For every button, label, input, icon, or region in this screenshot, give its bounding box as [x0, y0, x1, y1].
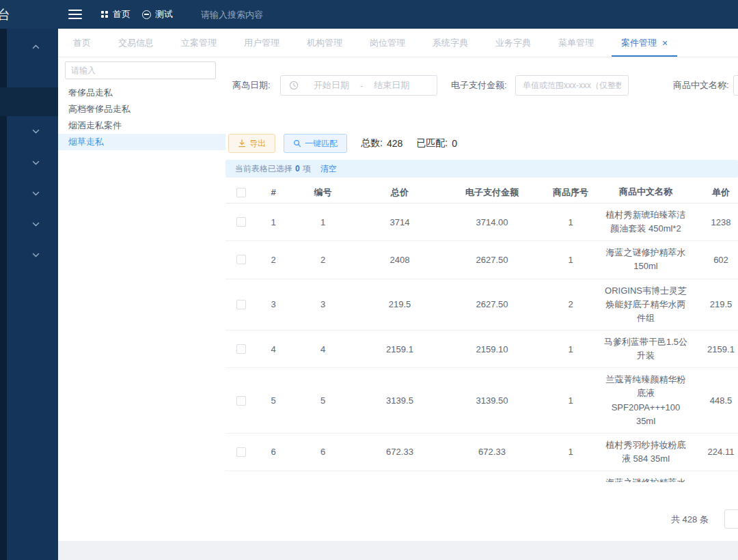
bottom-strip — [58, 541, 738, 560]
cell-name: 兰蔻菁纯臻颜精华粉底液SPF20PA+++100 35ml — [601, 368, 690, 433]
cell-name: 马爹利蓝带干邑1.5公升装 — [601, 331, 690, 367]
page-size-select[interactable] — [724, 509, 738, 529]
tree-item[interactable]: 高档奢侈品走私 — [58, 101, 226, 117]
tab-bar: 首页 交易信息 立案管理 用户管理 机构管理 岗位管理 系统字典 业务字典 菜单… — [58, 29, 738, 57]
row-checkbox[interactable] — [236, 447, 246, 457]
cell-code: 2 — [290, 255, 355, 265]
total-value: 428 — [387, 138, 402, 149]
column-header-code: 编号 — [290, 186, 355, 199]
chevron-down-icon[interactable] — [31, 251, 40, 260]
tab-label: 菜单管理 — [558, 37, 594, 49]
row-checkbox-cell — [226, 217, 256, 227]
cell-code: 4 — [290, 344, 355, 354]
hamburger-menu-icon[interactable] — [68, 10, 82, 19]
tab-3[interactable]: 立案管理 — [167, 29, 230, 57]
chevron-down-icon[interactable] — [31, 127, 40, 136]
tab-9[interactable]: 菜单管理 — [545, 29, 607, 57]
row-checkbox[interactable] — [236, 217, 246, 227]
column-header-seq: 商品序号 — [540, 186, 601, 199]
select-all-checkbox[interactable] — [236, 188, 246, 197]
cell-name: 植村秀新琥珀臻萃洁颜油套装 450ml*2 — [601, 204, 690, 240]
cell-unit: 219.5 — [690, 299, 738, 309]
chevron-down-icon[interactable] — [31, 220, 40, 229]
chevron-down-icon[interactable] — [31, 189, 40, 198]
tab-1[interactable]: 首页 — [59, 29, 105, 57]
cell-total: 2408 — [355, 255, 444, 265]
product-name-input[interactable] — [733, 75, 738, 96]
tab-close-icon[interactable]: × — [662, 38, 668, 48]
cell-unit: 1238 — [690, 217, 738, 227]
cell-total: 672.33 — [355, 447, 444, 457]
sidebar-active-item[interactable] — [0, 87, 58, 116]
tab-6[interactable]: 岗位管理 — [356, 29, 419, 57]
export-button-label: 导出 — [249, 138, 266, 150]
main-panel: 离岛日期: 开始日期 - 结束日期 电子支付金额: 商品中文名称: 导出 一键匹… — [226, 57, 738, 541]
cell-index: 2 — [256, 255, 290, 265]
tab-2[interactable]: 交易信息 — [105, 29, 167, 57]
tree-search-input[interactable] — [65, 61, 216, 79]
tab-label: 业务字典 — [495, 37, 531, 49]
left-sidebar — [0, 29, 58, 560]
match-stats: 总数: 428 已匹配: 0 — [361, 137, 457, 150]
tab-8[interactable]: 业务字典 — [482, 29, 545, 57]
cell-code: 5 — [290, 395, 355, 406]
tab-10[interactable]: 案件管理 × — [607, 29, 681, 57]
selection-prefix: 当前表格已选择 — [235, 163, 292, 175]
cell-total: 2159.1 — [355, 344, 444, 354]
match-button-label: 一键匹配 — [305, 138, 338, 150]
clear-selection-link[interactable]: 清空 — [320, 163, 337, 175]
row-checkbox[interactable] — [236, 300, 246, 309]
chevron-up-icon[interactable] — [31, 42, 40, 51]
table-body: 1137143714.001植村秀新琥珀臻萃洁颜油套装 450ml*212382… — [226, 204, 738, 482]
tab-4[interactable]: 用户管理 — [230, 29, 293, 57]
topbar-test-label: 测试 — [155, 8, 173, 20]
row-checkbox-cell — [226, 396, 256, 406]
selection-count: 0 — [295, 164, 300, 173]
tree-item-label: 烟草走私 — [68, 136, 104, 148]
tab-label: 立案管理 — [181, 37, 217, 49]
tab-label: 岗位管理 — [370, 37, 405, 49]
filter-row: 离岛日期: 开始日期 - 结束日期 电子支付金额: 商品中文名称: — [226, 75, 738, 96]
chevron-down-icon[interactable] — [31, 158, 40, 167]
one-click-match-button[interactable]: 一键匹配 — [284, 134, 347, 153]
product-name-filter-label: 商品中文名称: — [673, 75, 729, 96]
tab-5[interactable]: 机构管理 — [293, 29, 356, 57]
cell-epay: 3139.50 — [444, 395, 540, 406]
tree-item[interactable]: 奢侈品走私 — [58, 85, 226, 101]
row-checkbox[interactable] — [236, 344, 246, 354]
cell-code: 1 — [290, 217, 355, 227]
tab-label: 案件管理 — [621, 37, 657, 49]
cell-seq: 1 — [540, 395, 601, 406]
selection-alert-bar: 当前表格已选择 0 项 清空 — [226, 160, 738, 178]
tab-label: 交易信息 — [118, 37, 154, 49]
end-date-placeholder: 结束日期 — [374, 79, 409, 92]
export-button[interactable]: 导出 — [228, 134, 275, 153]
cell-epay: 2627.50 — [444, 299, 540, 309]
topbar-test-link[interactable]: 测试 — [142, 0, 173, 29]
date-range-picker[interactable]: 开始日期 - 结束日期 — [280, 75, 437, 96]
tree-item[interactable]: 烟草走私 — [58, 134, 226, 150]
cell-index: 4 — [256, 344, 290, 354]
tree-list: 奢侈品走私 高档奢侈品走私 烟酒走私案件 烟草走私 — [58, 85, 226, 150]
cell-code: 3 — [290, 299, 355, 309]
circled-minus-icon — [142, 10, 151, 19]
tree-item[interactable]: 烟酒走私案件 — [58, 117, 226, 134]
row-checkbox[interactable] — [236, 255, 246, 264]
tree-item-label: 高档奢侈品走私 — [68, 103, 131, 115]
column-header-name: 商品中文名称 — [601, 182, 690, 204]
cell-seq: 1 — [540, 255, 601, 265]
column-header-unit: 单价 — [690, 186, 738, 199]
global-search-input[interactable] — [200, 5, 350, 24]
tab-7[interactable]: 系统字典 — [419, 29, 482, 57]
epay-amount-input[interactable] — [515, 75, 629, 96]
tab-label: 首页 — [73, 37, 91, 49]
cell-unit: 224.11 — [690, 447, 738, 457]
cell-epay: 3714.00 — [444, 217, 540, 227]
topbar-home-link[interactable]: 首页 — [101, 0, 131, 29]
cell-index: 3 — [256, 299, 290, 309]
cell-index: 5 — [256, 395, 290, 406]
cell-index: 6 — [256, 447, 290, 457]
row-checkbox[interactable] — [236, 396, 246, 406]
tab-label: 系统字典 — [433, 37, 468, 49]
column-header-total: 总价 — [355, 186, 444, 199]
